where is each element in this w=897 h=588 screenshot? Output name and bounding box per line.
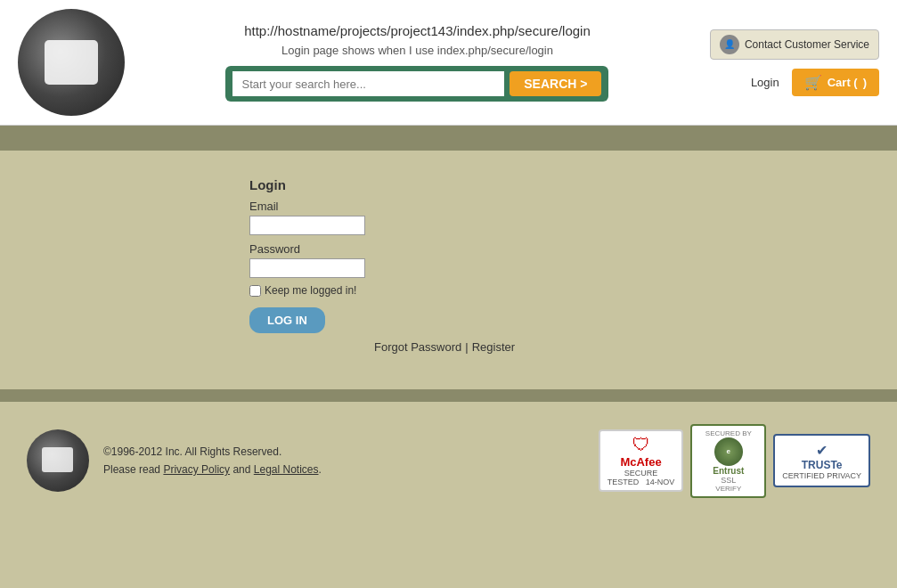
url-text: http://hostname/projects/project143/inde… [244,23,591,38]
login-link[interactable]: Login [751,76,779,89]
footer-band [0,389,897,402]
and-text: and [230,463,254,476]
nav-bar [0,126,897,151]
mcafee-title: McAfee [620,455,661,469]
search-bar: SEARCH > [225,66,608,102]
footer-badges: 🛡 McAfee SECURE TESTED 14-NOV SECURED BY… [599,424,870,498]
footer: ©1996-2012 Inc. All Rights Reserved. Ple… [0,402,897,520]
logo [18,9,125,116]
entrust-seal-icon: e [714,437,743,466]
truste-check-icon: ✔ [816,442,828,459]
login-note: Login page shows when I use index.php/se… [281,44,553,57]
cart-label: Cart ( [828,76,858,89]
legal-notices-link[interactable]: Legal Notices [254,463,319,476]
forgot-register-row: Forgot Password | Register [374,340,879,354]
header-left [18,9,125,116]
cart-icon: 🛒 [804,74,822,91]
contact-label: Contact Customer Service [745,38,869,51]
entrust-brand: Entrust [713,466,744,476]
header-right-bottom: Login 🛒 Cart ( ) [751,69,879,96]
footer-left: ©1996-2012 Inc. All Rights Reserved. Ple… [27,429,322,492]
privacy-prefix: Please read [103,463,163,476]
truste-badge: ✔ TRUSTe CERTIFIED PRIVACY [773,434,870,487]
forgot-password-link[interactable]: Forgot Password [374,340,461,354]
login-button-row: LOG IN [249,302,695,333]
separator: | [465,340,468,354]
entrust-ssl: SSL [721,476,736,485]
truste-sub: CERTIFIED PRIVACY [782,471,861,480]
email-input[interactable] [249,216,365,235]
login-button[interactable]: LOG IN [249,307,325,333]
truste-brand: TRUSTe [802,459,843,471]
footer-logo [27,429,89,492]
mcafee-shield-icon: 🛡 [632,435,650,455]
mcafee-tested: TESTED 14-NOV [608,478,675,486]
keep-logged-label: Keep me logged in! [265,283,356,298]
privacy-policy-link[interactable]: Privacy Policy [163,463,230,476]
contact-customer-service-button[interactable]: 👤 Contact Customer Service [710,29,879,60]
register-link[interactable]: Register [472,340,515,354]
header-center: http://hostname/projects/project143/inde… [125,23,710,102]
footer-logo-inner [42,447,73,472]
logo-inner [45,40,98,85]
keep-logged-checkbox[interactable] [249,285,261,297]
content: Login Email Password Keep me logged in! … [0,151,897,389]
entrust-verify: VERIFY [715,485,741,493]
privacy-row: Please read Privacy Policy and Legal Not… [103,461,322,478]
password-label: Password [249,242,695,256]
period: . [319,463,322,476]
password-input[interactable] [249,258,365,278]
entrust-badge: SECURED BY e Entrust SSL VERIFY [690,424,766,498]
contact-icon: 👤 [720,35,739,54]
cart-paren: ) [863,76,867,89]
cart-button[interactable]: 🛒 Cart ( ) [792,69,879,96]
entrust-top: SECURED BY [705,429,752,437]
form-title: Login [249,177,695,192]
mcafee-badge: 🛡 McAfee SECURE TESTED 14-NOV [599,429,684,492]
footer-text: ©1996-2012 Inc. All Rights Reserved. Ple… [103,443,322,479]
keep-logged-row: Keep me logged in! [249,283,695,298]
email-label: Email [249,200,695,213]
mcafee-sub: SECURE [624,469,658,478]
entrust-brand-inner: e [727,447,730,455]
copyright-text: ©1996-2012 Inc. All Rights Reserved. [103,443,322,461]
header-right: 👤 Contact Customer Service Login 🛒 Cart … [710,29,879,96]
login-form-container: Login Email Password Keep me logged in! … [249,177,695,333]
search-button[interactable]: SEARCH > [510,71,601,96]
search-input[interactable] [232,71,504,96]
header: http://hostname/projects/project143/inde… [0,0,897,126]
